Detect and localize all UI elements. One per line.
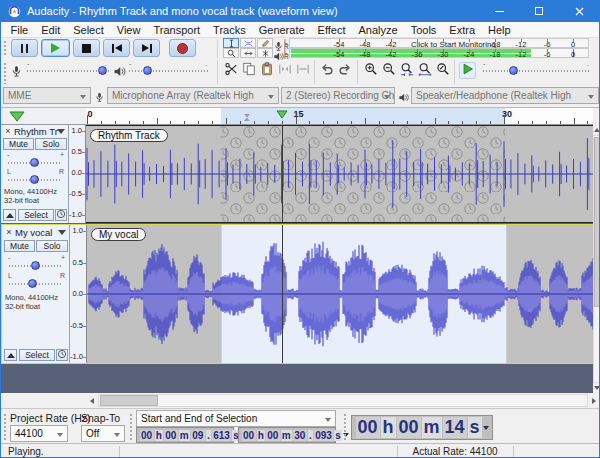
zoom-out-button[interactable]: [380, 62, 397, 79]
horizontal-scroll-thumb[interactable]: [100, 395, 158, 406]
select-track-button[interactable]: Select: [18, 209, 54, 221]
timeline-ruler[interactable]: 01530: [86, 108, 593, 125]
menu-help[interactable]: Help: [482, 24, 518, 36]
solo-button[interactable]: Solo: [36, 240, 68, 252]
playback-volume-thumb[interactable]: [143, 66, 152, 75]
play-speed-slider[interactable]: [483, 70, 591, 72]
mute-button[interactable]: Mute: [4, 240, 35, 252]
record-button[interactable]: [169, 39, 196, 57]
zoom-tool-button[interactable]: [223, 48, 239, 58]
zoom-in-button[interactable]: [362, 62, 379, 79]
scroll-left-button[interactable]: [86, 394, 98, 407]
playback-device-select[interactable]: Speaker/Headphone (Realtek High: [411, 87, 599, 104]
timeshift-tool-button[interactable]: [240, 48, 256, 58]
cut-button[interactable]: [222, 62, 239, 79]
selection-start-field[interactable]: 00h00m09.613s: [136, 427, 234, 443]
track-vocal-vertical-ruler[interactable]: 1.00.50.0-0.5-1.0: [70, 225, 87, 363]
mixer-toolbar-grip[interactable]: [3, 62, 7, 84]
actual-rate-label: Actual Rate: 44100: [397, 446, 513, 457]
undo-button[interactable]: [318, 62, 335, 79]
track-title[interactable]: My vocal: [15, 227, 59, 238]
gain-slider-thumb[interactable]: [31, 261, 40, 270]
vertical-scrollbar[interactable]: [593, 125, 600, 393]
time-toolbar-grip[interactable]: [129, 413, 133, 440]
track-close-button[interactable]: ×: [3, 126, 13, 136]
fit-selection-button[interactable]: [398, 62, 415, 79]
timeline-pin-icon[interactable]: [9, 111, 25, 122]
audio-host-select[interactable]: MME: [3, 87, 91, 104]
zoom-toggle-button[interactable]: [434, 62, 451, 79]
pan-slider-thumb[interactable]: [28, 279, 37, 288]
recording-device-select[interactable]: Microphone Array (Realtek High: [107, 87, 279, 104]
play-meter-speaker-icon[interactable]: [273, 48, 284, 59]
menu-extra[interactable]: Extra: [443, 24, 482, 36]
menu-analyze[interactable]: Analyze: [352, 24, 404, 36]
collapse-track-button[interactable]: [3, 209, 16, 221]
recording-meter[interactable]: Click to Start Monitoring -54-48-42-18-1…: [289, 38, 589, 48]
snap-to-select[interactable]: Off: [81, 425, 125, 442]
mute-button[interactable]: Mute: [3, 138, 34, 150]
play-speed-thumb[interactable]: [509, 66, 518, 75]
project-rate-select[interactable]: 44100: [10, 425, 68, 442]
copy-icon: [242, 62, 256, 80]
horizontal-scrollbar[interactable]: [1, 393, 600, 408]
close-button[interactable]: [559, 0, 599, 22]
track-vocal-waveform[interactable]: My vocal: [87, 225, 594, 363]
scroll-up-button[interactable]: [593, 125, 600, 135]
maximize-button[interactable]: [519, 0, 559, 22]
timeline-pin-area[interactable]: [1, 108, 86, 125]
field-dropdown-icon[interactable]: [483, 426, 489, 430]
multi-tool-button[interactable]: [257, 48, 273, 58]
paste-button[interactable]: [258, 62, 275, 79]
selection-mode-select[interactable]: Start and End of Selection: [136, 410, 336, 427]
recording-channels-select[interactable]: 2 (Stereo) Recording Chann: [281, 87, 395, 104]
sync-lock-button[interactable]: [55, 209, 67, 221]
gain-slider-thumb[interactable]: [30, 158, 39, 167]
trim-outside-button[interactable]: [276, 62, 293, 79]
menu-select[interactable]: Select: [67, 24, 111, 36]
transport-toolbar-grip[interactable]: [3, 40, 7, 56]
scroll-right-button[interactable]: [588, 394, 600, 407]
play-button[interactable]: [41, 39, 70, 57]
track-rhythm-vertical-ruler[interactable]: 1.00.50.0-0.5-1.0: [69, 125, 86, 223]
vertical-scroll-thumb[interactable]: [594, 137, 600, 307]
fit-project-button[interactable]: [416, 62, 433, 79]
pan-slider-thumb[interactable]: [30, 175, 39, 184]
track-close-button[interactable]: ×: [4, 227, 14, 237]
track-title[interactable]: Rhythm Trac: [14, 126, 58, 137]
sync-lock-button[interactable]: [56, 349, 68, 361]
selection-end-field[interactable]: 00h00m30.093s: [238, 427, 336, 443]
redo-button[interactable]: [336, 62, 353, 79]
recording-volume-slider[interactable]: [27, 70, 109, 72]
playback-meter[interactable]: -54-48-42-36-30-24-18-12-60: [289, 48, 589, 58]
playhead-triangle-icon[interactable]: [276, 110, 288, 119]
copy-button[interactable]: [240, 62, 257, 79]
silence-selection-button[interactable]: [294, 62, 311, 79]
skip-to-end-button[interactable]: [133, 39, 160, 57]
collapse-track-button[interactable]: [4, 349, 17, 361]
recording-volume-thumb[interactable]: [98, 66, 107, 75]
meter-db-label: 0: [564, 50, 582, 59]
skip-to-start-button[interactable]: [103, 39, 130, 57]
position-toolbar-grip[interactable]: [343, 413, 347, 440]
menu-transport[interactable]: Transport: [147, 24, 207, 36]
stop-button[interactable]: [73, 39, 100, 57]
audio-position-field[interactable]: 00h00m14s: [351, 415, 493, 440]
track-menu-dropdown-icon[interactable]: [58, 230, 66, 235]
menu-edit[interactable]: Edit: [35, 24, 67, 36]
menu-view[interactable]: View: [110, 24, 147, 36]
selection-toolbar-grip[interactable]: [3, 413, 7, 440]
track-menu-dropdown-icon[interactable]: [57, 129, 65, 134]
playback-volume-slider[interactable]: [129, 70, 209, 72]
horizontal-scroll-track[interactable]: [98, 394, 588, 407]
select-track-button[interactable]: Select: [19, 349, 55, 361]
solo-button[interactable]: Solo: [35, 138, 67, 150]
scroll-down-button[interactable]: [593, 383, 600, 393]
pause-button[interactable]: [11, 39, 38, 57]
track-rhythm-waveform[interactable]: Rhythm Track: [86, 125, 593, 223]
menu-file[interactable]: File: [4, 24, 35, 36]
menu-tools[interactable]: Tools: [404, 24, 443, 36]
play-at-speed-button[interactable]: [459, 62, 476, 79]
menu-effect[interactable]: Effect: [311, 24, 352, 36]
minimize-button[interactable]: [479, 0, 519, 22]
